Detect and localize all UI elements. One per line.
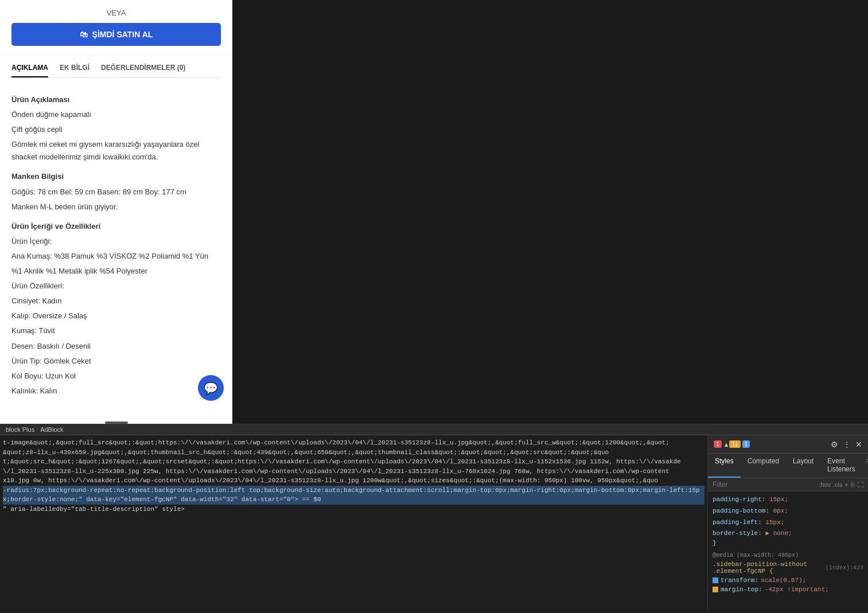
- css-margin-top-line: margin-top: -42px !important;: [713, 586, 863, 593]
- copy-btn[interactable]: ⎘: [851, 481, 855, 488]
- desc-title2: Manken Bilgisi: [11, 170, 221, 183]
- desc-kumas2-label: Kumaş: Tüvit: [11, 325, 221, 337]
- desc-cinsiyet: Cinsiyet: Kadın: [11, 295, 221, 307]
- tab-more[interactable]: >>: [862, 454, 868, 478]
- index-line-num: (index):423: [826, 565, 863, 571]
- desc-kumas: Ana Kumaş: %38 Pamuk %3 VİSKOZ %2 Poliam…: [11, 250, 221, 263]
- settings-icon[interactable]: ⚙: [831, 440, 838, 449]
- error-badge: 1: [714, 440, 722, 448]
- desc-icerik-label: Ürün İçeriği:: [11, 235, 221, 248]
- buy-section: VEYA 🛍 ŞİMDİ SATIN AL: [0, 0, 232, 55]
- tabs-header: AÇIKLAMA EK BİLGİ DEĞERLENDİRMELER (0): [11, 64, 221, 78]
- desc-kalip: Kalıp: Oversize / Salaş: [11, 310, 221, 322]
- source-line-4: \/l_20231-s35123z8-llx_u-225x300.jpg 225…: [3, 467, 704, 477]
- desc-kumas2: %1 Akrilik %1 Metalik iplik %54 Polyeste…: [11, 265, 221, 278]
- tab-aciklama[interactable]: AÇIKLAMA: [11, 64, 48, 77]
- more-icon[interactable]: ⋮: [843, 440, 851, 449]
- margin-top-checkbox[interactable]: [713, 587, 718, 592]
- desc-line3: Gömlek mi ceket mi giysem kararsızlığı y…: [11, 138, 221, 163]
- veya-text: VEYA: [11, 9, 221, 17]
- adblock-item2[interactable]: AdBlock: [40, 426, 63, 433]
- css-padding-right: padding-right: 15px;: [713, 494, 863, 506]
- devtools-toolbar: 1 ▲ 11 1 ⚙ ⋮ ✕: [708, 435, 868, 454]
- tab-layout[interactable]: Layout: [786, 454, 820, 478]
- filter-bar: :hov .cls + ⎘ ⛶: [708, 478, 868, 491]
- warning-badge: 11: [729, 440, 740, 448]
- desc-manken2: Manken M-L beden ürün giyiyor.: [11, 201, 221, 213]
- cls-filter-btn[interactable]: .cls: [833, 481, 843, 488]
- desc-kol: Kol Boyu: Uzun Kol: [11, 370, 221, 382]
- add-style-btn[interactable]: +: [845, 481, 848, 488]
- media-query-line: @media (max-width: 480px): [713, 552, 863, 559]
- desc-title3: Ürün İçeriği ve Özellikleri: [11, 220, 221, 233]
- scroll-indicator: [105, 421, 128, 424]
- transform-checkbox[interactable]: [713, 577, 718, 583]
- desc-title1: Ürün Açıklaması: [11, 93, 221, 106]
- chat-icon: 💬: [204, 381, 218, 395]
- desc-manken1: Göğüs: 78 cm Bel: 59 cm Basen: 89 cm Boy…: [11, 186, 221, 198]
- tab-degerlendirmeler[interactable]: DEĞERLENDİRMELER (0): [101, 64, 185, 77]
- desc-kalinlik: Kalınlık: Kalın: [11, 385, 221, 397]
- webpage-panel: VEYA 🛍 ŞİMDİ SATIN AL AÇIKLAMA EK BİLGİ …: [0, 0, 232, 424]
- expand-btn[interactable]: ⛶: [857, 481, 863, 488]
- tab-computed[interactable]: Computed: [741, 454, 786, 478]
- desc-line2: Çift göğüs cepli: [11, 123, 221, 136]
- info-badge: 1: [742, 440, 750, 448]
- adblock-bar: block Plus AdBlock: [0, 424, 868, 435]
- source-line-highlight: -radius:7px;background-repeat:no-repeat;…: [3, 486, 704, 505]
- source-panel[interactable]: t-image&quot;,&quot;full_src&quot;:&quot…: [0, 435, 707, 613]
- filter-input[interactable]: [713, 481, 816, 489]
- styles-content[interactable]: padding-right: 15px; padding-bottom: 0px…: [708, 491, 868, 613]
- close-icon[interactable]: ✕: [855, 440, 862, 449]
- source-line-5: x10.jpg 0w, https:\/\/vasakderi.com\/wp-…: [3, 476, 704, 486]
- css-block-close: }: [713, 540, 863, 546]
- css-border-style: border-style: ▶ none;: [713, 528, 863, 540]
- desc-ozellikler: Ürün Özellikleri:: [11, 280, 221, 292]
- styles-tabs: Styles Computed Layout Event Listeners >…: [708, 454, 868, 478]
- triangle-icon: ▲: [723, 441, 730, 448]
- css-padding-left: padding-left: 15px;: [713, 517, 863, 529]
- devtools-area: block Plus AdBlock t-image&quot;,&quot;f…: [0, 424, 868, 613]
- chat-button[interactable]: 💬: [198, 375, 224, 401]
- devtools-main: t-image&quot;,&quot;full_src&quot;:&quot…: [0, 435, 868, 613]
- tab-event-listeners[interactable]: Event Listeners: [820, 454, 862, 478]
- filter-icons: :hov .cls + ⎘ ⛶: [819, 481, 863, 488]
- source-line-bottom: " aria-labelledby="tab-title-description…: [3, 505, 704, 514]
- main-area: VEYA 🛍 ŞİMDİ SATIN AL AÇIKLAMA EK BİLGİ …: [0, 0, 868, 424]
- dark-panel: [232, 0, 868, 424]
- css-transform-line: transform: scale(0.87);: [713, 577, 863, 584]
- styles-panel: 1 ▲ 11 1 ⚙ ⋮ ✕ Styles Computed Layout Ev…: [707, 435, 868, 613]
- tabs-section: AÇIKLAMA EK BİLGİ DEĞERLENDİRMELER (0) Ü…: [0, 64, 232, 408]
- tab-ekbilgi[interactable]: EK BİLGİ: [60, 64, 89, 77]
- product-description: Ürün Açıklaması Önden düğme kapamalı Çif…: [11, 78, 221, 408]
- desc-desen: Desen: Baskılı / Desenli: [11, 340, 221, 353]
- css-selector: .sidebar-position-without .element-fgcNP…: [713, 561, 823, 575]
- desc-tip: Ürün Tip: Gömlek Ceket: [11, 355, 221, 368]
- tab-styles[interactable]: Styles: [708, 454, 741, 478]
- source-line-2: &quot;z8–llx_u-439x659.jpg&quot;,&quot;t…: [3, 448, 704, 458]
- devtools-icons: ⚙ ⋮ ✕: [831, 440, 862, 449]
- buy-now-button[interactable]: 🛍 ŞİMDİ SATIN AL: [11, 23, 221, 46]
- source-line-1: t-image&quot;,&quot;full_src&quot;:&quot…: [3, 438, 704, 448]
- cart-icon: 🛍: [80, 30, 88, 39]
- selector-line: .sidebar-position-without .element-fgcNP…: [713, 561, 863, 575]
- source-line-3: t;&quot;src_h&quot;:&quot;1267&quot;,&qu…: [3, 457, 704, 467]
- hover-filter-btn[interactable]: :hov: [819, 481, 831, 488]
- css-padding-bottom: padding-bottom: 0px;: [713, 506, 863, 517]
- desc-line1: Önden düğme kapamalı: [11, 108, 221, 121]
- adblock-item1[interactable]: block Plus: [6, 426, 34, 433]
